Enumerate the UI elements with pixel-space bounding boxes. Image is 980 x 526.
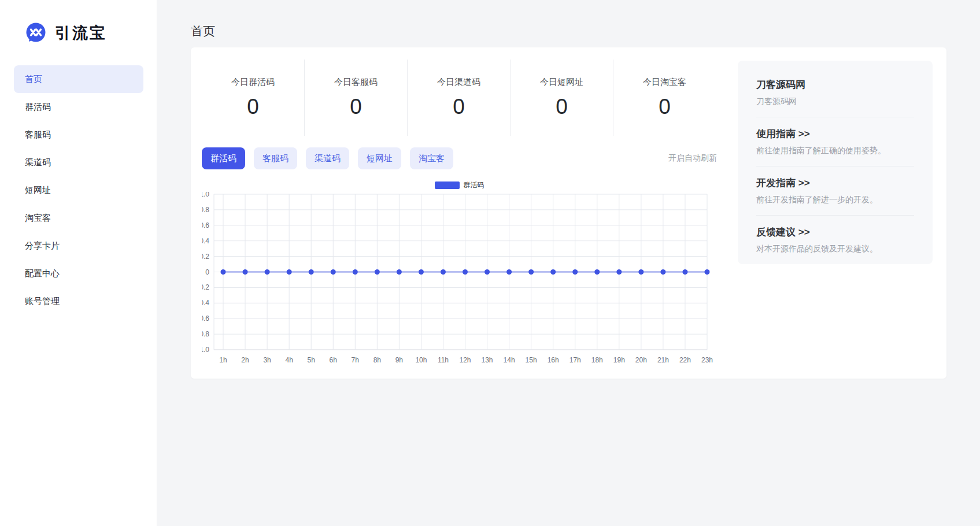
data-point[interactable] — [243, 269, 248, 275]
stat-value: 0 — [350, 95, 362, 119]
x-tick-label: 9h — [395, 356, 403, 364]
panel-divider — [756, 166, 914, 166]
stat-value: 0 — [247, 95, 259, 119]
sidebar-menu: 首页群活码客服码渠道码短网址淘宝客分享卡片配置中心账号管理 — [0, 65, 157, 315]
line-chart: 1.00.80.60.40.20-0.2-0.4-0.6-0.8-1.01h2h… — [202, 192, 717, 371]
x-tick-label: 16h — [548, 356, 559, 364]
x-tick-label: 15h — [526, 356, 537, 364]
y-tick-label: -0.8 — [202, 330, 209, 338]
data-point[interactable] — [660, 269, 665, 275]
tab-short-url[interactable]: 短网址 — [358, 147, 401, 169]
x-tick-label: 20h — [635, 356, 647, 364]
data-point[interactable] — [221, 269, 226, 275]
y-tick-label: 0 — [205, 268, 209, 276]
panel-link-usage-guide[interactable]: 使用指南 >>前往使用指南了解正确的使用姿势。 — [756, 127, 914, 156]
auto-refresh-toggle[interactable]: 开启自动刷新 — [668, 153, 717, 164]
x-tick-label: 12h — [459, 356, 471, 364]
chart-legend-item[interactable]: 群活码 — [202, 179, 717, 191]
data-point[interactable] — [506, 269, 512, 275]
panel-link-desc: 前往使用指南了解正确的使用姿势。 — [756, 146, 914, 156]
data-point[interactable] — [397, 269, 402, 275]
x-tick-label: 18h — [591, 356, 603, 364]
data-point[interactable] — [331, 269, 336, 275]
sidebar-item-service-qr[interactable]: 客服码 — [14, 121, 143, 149]
panel-link-desc: 前往开发指南了解进一步的开发。 — [756, 195, 914, 205]
stat-card-channel-qr: 今日渠道码0 — [407, 60, 510, 136]
sidebar-item-taobao[interactable]: 淘宝客 — [14, 204, 143, 232]
data-point[interactable] — [705, 269, 710, 275]
sidebar-item-label: 群活码 — [25, 102, 51, 113]
y-tick-label: 0.4 — [202, 237, 209, 245]
sidebar-item-label: 首页 — [25, 74, 42, 85]
chart-toolbar: 群活码客服码渠道码短网址淘宝客 开启自动刷新 — [202, 147, 717, 169]
sidebar: 引流宝 首页群活码客服码渠道码短网址淘宝客分享卡片配置中心账号管理 — [0, 0, 157, 526]
logo: 引流宝 — [25, 22, 107, 44]
data-point[interactable] — [616, 269, 622, 275]
data-point[interactable] — [441, 269, 446, 275]
data-point[interactable] — [485, 269, 490, 275]
panel-link-feedback[interactable]: 反馈建议 >>对本开源作品的反馈及开发建议。 — [756, 225, 914, 254]
tab-channel-qr[interactable]: 渠道码 — [306, 147, 349, 169]
x-tick-label: 8h — [373, 356, 381, 364]
x-tick-label: 1h — [219, 356, 227, 364]
y-tick-label: -0.6 — [202, 314, 209, 323]
sidebar-item-group-qr[interactable]: 群活码 — [14, 93, 143, 121]
tab-taobao[interactable]: 淘宝客 — [410, 147, 453, 169]
stat-label: 今日淘宝客 — [643, 77, 686, 88]
panel-link-dev-guide[interactable]: 开发指南 >>前往开发指南了解进一步的开发。 — [756, 176, 914, 205]
data-point[interactable] — [638, 269, 644, 275]
sidebar-item-home[interactable]: 首页 — [14, 65, 143, 93]
stat-label: 今日渠道码 — [437, 77, 480, 88]
data-point[interactable] — [265, 269, 270, 275]
data-point[interactable] — [287, 269, 292, 275]
x-tick-label: 22h — [679, 356, 691, 364]
stat-value: 0 — [453, 95, 465, 119]
sidebar-item-share-card[interactable]: 分享卡片 — [14, 232, 143, 260]
app-logo-icon — [25, 22, 47, 44]
data-point[interactable] — [463, 269, 468, 275]
stat-label: 今日短网址 — [540, 77, 583, 88]
sidebar-item-label: 短网址 — [25, 185, 51, 196]
x-tick-label: 7h — [352, 356, 359, 364]
stat-value: 0 — [659, 95, 671, 119]
y-tick-label: 1.0 — [202, 192, 209, 198]
data-point[interactable] — [375, 269, 380, 275]
sidebar-item-account[interactable]: 账号管理 — [14, 287, 143, 315]
sidebar-item-config-center[interactable]: 配置中心 — [14, 260, 143, 287]
tab-group-qr[interactable]: 群活码 — [202, 147, 245, 169]
data-point[interactable] — [528, 269, 534, 275]
tab-service-qr[interactable]: 客服码 — [254, 147, 297, 169]
data-point[interactable] — [309, 269, 314, 275]
panel-link-title: 开发指南 >> — [756, 176, 914, 190]
sidebar-item-label: 渠道码 — [25, 157, 51, 168]
y-tick-label: -0.2 — [202, 283, 209, 291]
sidebar-item-channel-qr[interactable]: 渠道码 — [14, 149, 143, 176]
data-point[interactable] — [353, 269, 358, 275]
data-point[interactable] — [682, 269, 687, 275]
sidebar-item-label: 淘宝客 — [25, 213, 51, 224]
page-title: 首页 — [191, 23, 215, 39]
x-tick-label: 17h — [569, 356, 581, 364]
app-root: 引流宝 首页群活码客服码渠道码短网址淘宝客分享卡片配置中心账号管理 首页 今日群… — [0, 0, 980, 526]
panel-links: 使用指南 >>前往使用指南了解正确的使用姿势。开发指南 >>前往开发指南了解进一… — [756, 117, 914, 264]
data-point[interactable] — [419, 269, 424, 275]
info-panel: 刀客源码网 刀客源码网 使用指南 >>前往使用指南了解正确的使用姿势。开发指南 … — [738, 61, 933, 264]
stat-card-short-url: 今日短网址0 — [510, 60, 613, 136]
data-point[interactable] — [550, 269, 556, 275]
data-point[interactable] — [594, 269, 600, 275]
x-tick-label: 6h — [330, 356, 337, 364]
dashboard-card: 今日群活码0今日客服码0今日渠道码0今日短网址0今日淘宝客0 群活码客服码渠道码… — [191, 47, 946, 379]
y-tick-label: 0.2 — [202, 253, 209, 261]
sidebar-item-short-url[interactable]: 短网址 — [14, 176, 143, 204]
panel-divider — [756, 117, 914, 117]
stat-card-taobao: 今日淘宝客0 — [613, 60, 716, 136]
sidebar-item-label: 分享卡片 — [25, 240, 60, 251]
data-point[interactable] — [572, 269, 578, 275]
sidebar-item-label: 配置中心 — [25, 268, 60, 279]
y-tick-label: 0.8 — [202, 206, 209, 214]
x-tick-label: 19h — [613, 356, 625, 364]
main-area: 首页 今日群活码0今日客服码0今日渠道码0今日短网址0今日淘宝客0 群活码客服码… — [157, 0, 980, 526]
y-tick-label: -1.0 — [202, 346, 209, 354]
stat-value: 0 — [556, 95, 568, 119]
legend-swatch-icon — [435, 181, 460, 189]
